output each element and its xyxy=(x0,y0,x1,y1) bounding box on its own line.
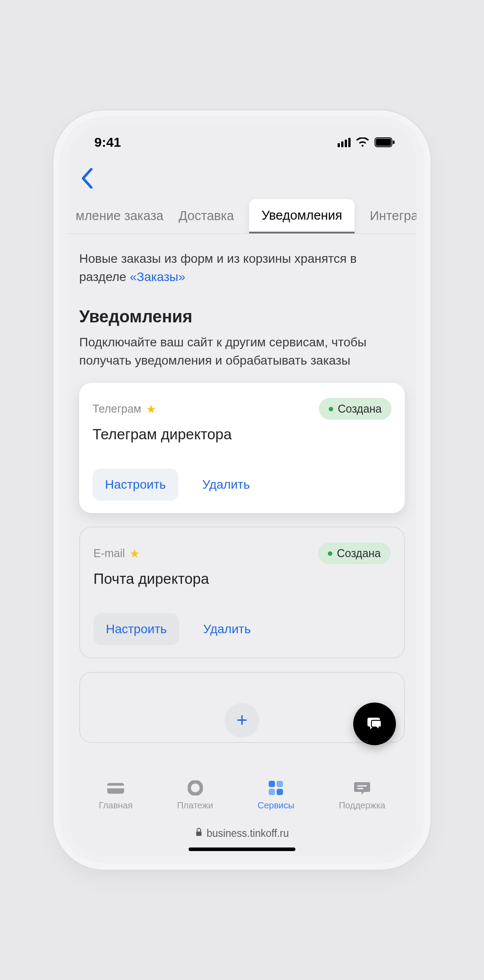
status-dot-icon xyxy=(328,551,332,556)
plus-icon: + xyxy=(237,710,248,731)
status-badge: Создана xyxy=(319,398,391,420)
lock-icon xyxy=(195,827,202,839)
svg-rect-12 xyxy=(196,831,202,836)
configure-button[interactable]: Настроить xyxy=(93,469,178,501)
notification-card-telegram: Телеграм ★ Создана Телеграм директора На… xyxy=(79,383,405,513)
home-indicator[interactable] xyxy=(189,847,295,851)
tabs: мление заказа Доставка Уведомления Интег… xyxy=(68,195,416,234)
status-dot-icon xyxy=(329,407,333,411)
tab-notifications[interactable]: Уведомления xyxy=(249,199,355,233)
nav-payments[interactable]: Платежи xyxy=(177,779,213,811)
section-desc: Подключайте ваш сайт к другим сервисам, … xyxy=(79,333,405,370)
battery-icon xyxy=(375,137,395,147)
add-button[interactable]: + xyxy=(225,703,259,738)
chat-icon xyxy=(365,714,384,734)
circle-icon xyxy=(188,779,203,797)
card-title: Почта директора xyxy=(93,570,391,587)
nav-home[interactable]: Главная xyxy=(99,779,133,811)
nav-support[interactable]: Поддержка xyxy=(339,779,385,811)
orders-link[interactable]: «Заказы» xyxy=(130,270,186,284)
nav-services[interactable]: Сервисы xyxy=(258,779,294,811)
section-title: Уведомления xyxy=(79,307,405,326)
intro-text: Новые заказы из форм и из корзины хранят… xyxy=(79,250,405,286)
url-bar: business.tinkoff.ru xyxy=(68,827,416,839)
bottom-nav: Главная Платежи Сервисы Поддержка xyxy=(68,768,416,821)
svg-rect-8 xyxy=(269,789,275,795)
back-button[interactable] xyxy=(79,182,95,190)
chat-fab[interactable] xyxy=(353,703,396,745)
card-icon xyxy=(106,779,125,797)
tab-integration[interactable]: Интеграция xyxy=(370,209,416,223)
svg-rect-11 xyxy=(357,788,363,789)
status-time: 9:41 xyxy=(94,135,121,150)
star-icon: ★ xyxy=(146,403,156,415)
grid-icon xyxy=(268,779,284,797)
card-label: Телеграм xyxy=(93,402,141,415)
delete-button[interactable]: Удалить xyxy=(190,469,262,501)
configure-button[interactable]: Настроить xyxy=(93,613,179,645)
card-label: E-mail xyxy=(93,547,125,560)
svg-rect-4 xyxy=(107,786,124,788)
star-icon: ★ xyxy=(129,548,140,559)
notification-card-email: E-mail ★ Создана Почта директора Настрои… xyxy=(79,526,405,659)
wifi-icon xyxy=(356,137,369,147)
status-badge: Создана xyxy=(318,542,391,564)
message-icon xyxy=(354,779,371,797)
tab-delivery[interactable]: Доставка xyxy=(178,209,234,223)
svg-rect-10 xyxy=(357,785,367,787)
tab-order-form[interactable]: мление заказа xyxy=(76,209,163,223)
card-title: Телеграм директора xyxy=(93,426,391,443)
svg-point-5 xyxy=(189,782,202,794)
delete-button[interactable]: Удалить xyxy=(191,613,263,645)
svg-rect-2 xyxy=(393,141,395,144)
cellular-icon xyxy=(338,138,351,147)
svg-rect-6 xyxy=(269,781,275,787)
svg-rect-7 xyxy=(277,781,283,787)
svg-rect-1 xyxy=(376,139,391,146)
status-bar: 9:41 xyxy=(68,125,416,160)
svg-rect-9 xyxy=(277,789,283,795)
